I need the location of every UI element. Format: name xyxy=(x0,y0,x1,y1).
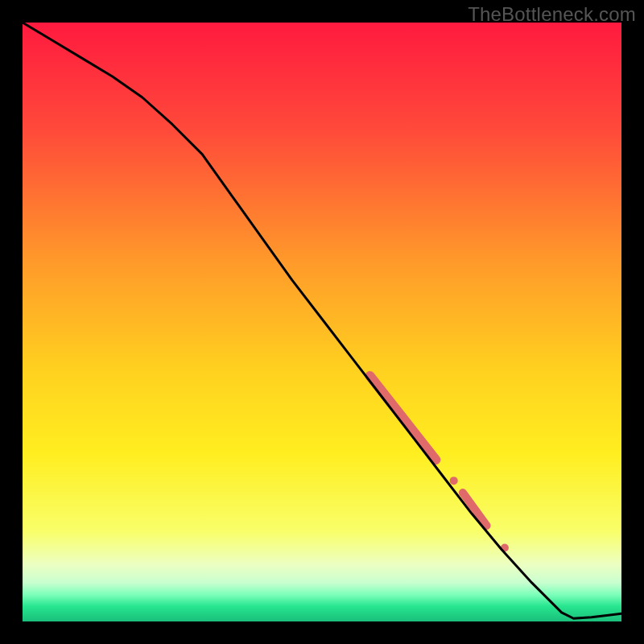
plot-area xyxy=(23,23,621,621)
chart-frame: TheBottleneck.com xyxy=(0,0,644,644)
gradient-background xyxy=(23,23,621,621)
highlight-dot-a xyxy=(450,477,458,485)
chart-svg xyxy=(23,23,621,621)
